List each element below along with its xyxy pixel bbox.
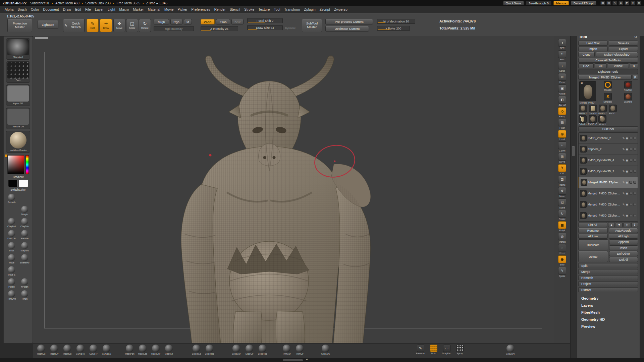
visibility-toggle-icon[interactable]: [633, 159, 636, 162]
gradient-label[interactable]: Gradient: [13, 175, 24, 179]
shelf-toggle[interactable]: Y XYZ: [558, 164, 566, 175]
alpha-thumb[interactable]: Alpha Off: [6, 84, 30, 106]
divider-grip-icon[interactable]: [572, 146, 575, 156]
shelf-toggle[interactable]: ∷ SPix: [558, 50, 566, 61]
menu-item[interactable]: File: [83, 8, 93, 11]
shelf-toggle-icon[interactable]: ◇: [558, 107, 566, 115]
menu-item[interactable]: Texture: [256, 8, 272, 11]
menu-item[interactable]: Preferences: [190, 8, 212, 11]
active-tool-thumbnail[interactable]: 19 Merged_PM3D_: [579, 81, 597, 104]
visibility-toggle-icon[interactable]: [633, 214, 636, 217]
subtool-row[interactable]: PM3D_Cylinder3D_2 ✎ ◉: [579, 166, 638, 177]
menu-item[interactable]: Layer: [93, 8, 106, 11]
zcut-button[interactable]: Zcut: [231, 19, 244, 24]
stroke-spray[interactable]: Spray: [453, 345, 466, 355]
projection-master-button[interactable]: Projection Master: [7, 19, 32, 32]
see-through-slider[interactable]: See-through 0: [526, 1, 551, 5]
shelf-toggle-icon[interactable]: ◍: [558, 233, 566, 240]
brush-thumb[interactable]: InsertCu: [35, 345, 47, 355]
visibility-toggle-icon[interactable]: [633, 148, 636, 150]
saturation-value-square[interactable]: [7, 155, 24, 174]
menu-item[interactable]: Picker: [176, 8, 190, 11]
brush-thumb[interactable]: CurveTu: [74, 345, 87, 355]
brush-thumb[interactable]: CurveSu: [100, 345, 113, 355]
brush-slot[interactable]: ClayBuil: [5, 218, 18, 229]
stroke-thumb[interactable]: Dots: [6, 61, 30, 83]
brush-slot[interactable]: ClayTub: [18, 218, 31, 229]
clone-all-subtools-button[interactable]: Clone All SubTools: [578, 58, 638, 63]
goz-all-button[interactable]: All: [595, 63, 606, 68]
shelf-toggle-icon[interactable]: ◧: [558, 96, 566, 104]
menu-item[interactable]: Brush: [16, 8, 29, 11]
shelf-toggle[interactable]: ▤ Floor: [558, 119, 566, 129]
tray-arrows-icon[interactable]: ▴▾: [306, 358, 308, 361]
shelf-toggle-icon[interactable]: ↻: [558, 210, 566, 218]
brush-slot[interactable]: Pinch: [18, 290, 31, 301]
tool-slot[interactable]: PM3D_C: [579, 105, 588, 115]
render-toggle-icon[interactable]: [629, 203, 632, 206]
brush-thumb[interactable]: ClipCurv: [319, 345, 332, 355]
shelf-toggle-icon[interactable]: ◉: [558, 255, 566, 263]
shelf-toggle[interactable]: ▦ PolyF: [558, 221, 566, 232]
list-all-button[interactable]: List All: [578, 222, 607, 227]
del-other-button[interactable]: Del Other: [609, 251, 638, 256]
render-toggle-icon[interactable]: [629, 181, 632, 184]
secondary-color-swatch[interactable]: [19, 180, 28, 187]
render-toggle-icon[interactable]: [629, 137, 632, 139]
subtool-row[interactable]: Merged_PM3D_ZSphere_14 ✎ ◉: [579, 188, 638, 199]
brush-thumb[interactable]: CurveTr: [87, 345, 100, 355]
shelf-toggle-icon[interactable]: ↰: [558, 267, 566, 275]
eye-icon[interactable]: ◉: [626, 147, 628, 151]
subtool-action-row[interactable]: Remesh: [578, 275, 638, 280]
tool-slot[interactable]: PM3D_: [609, 105, 617, 115]
render-toggle-icon[interactable]: [629, 159, 632, 162]
shelf-toggle[interactable]: ✥ Move: [558, 187, 566, 197]
del-all-button[interactable]: Del All: [609, 257, 638, 262]
sculpt-model[interactable]: [151, 46, 453, 343]
visibility-toggle-icon[interactable]: [633, 137, 636, 139]
shelf-toggle[interactable]: ◑ BPR: [558, 39, 566, 49]
subtool-row[interactable]: Merged_PM3D_ZSphere_15 ✎ ◉: [579, 177, 638, 188]
brush-thumb[interactable]: MaskPen: [123, 345, 136, 355]
brush-slot[interactable]: TrimDyn: [5, 290, 18, 301]
render-toggle-icon[interactable]: [629, 148, 632, 150]
subtool-action-row[interactable]: Merge: [578, 269, 638, 274]
palette-section-header[interactable]: Preview: [581, 324, 640, 328]
shelf-toggle[interactable]: ⊕ Zoom: [558, 73, 566, 83]
current-brush-thumb[interactable]: Standard: [6, 38, 30, 60]
delete-button[interactable]: Delete: [578, 251, 608, 262]
reorder-arrow-button[interactable]: ▼: [616, 222, 623, 227]
window-icon[interactable]: ✎: [612, 1, 617, 5]
subtool-row[interactable]: ZSphere_2 ✎ ◉: [579, 144, 638, 155]
shelf-toggle-icon[interactable]: ✥: [558, 187, 566, 195]
menu-item[interactable]: Zwperso: [332, 8, 350, 11]
menu-item[interactable]: Stroke: [242, 8, 256, 11]
hue-strip[interactable]: [25, 155, 29, 174]
brush-thumb[interactable]: MaskCir: [163, 345, 175, 355]
brush-slot[interactable]: Move E: [5, 266, 18, 277]
palette-section-header[interactable]: Geometry: [581, 296, 640, 300]
draw-size-slider[interactable]: Draw Size 64: [247, 25, 283, 30]
shelf-toggle[interactable]: ◍ Transp: [558, 233, 566, 243]
palette-section-header[interactable]: Layers: [581, 303, 640, 307]
stroke-freehand[interactable]: ✎ FreeHan: [414, 345, 427, 355]
subtool-row[interactable]: PM3D_Cylinder3D_4 ✎ ◉: [579, 155, 638, 166]
window-icon[interactable]: ✕: [637, 1, 641, 5]
mrgb-button[interactable]: Mrgb: [154, 19, 169, 24]
shelf-toggle-icon[interactable]: ◌: [558, 244, 566, 252]
quick-sketch-button[interactable]: ✎ Quick Sketch: [63, 19, 85, 32]
eye-icon[interactable]: ◉: [626, 159, 628, 162]
subtool-master-button[interactable]: SubTool Master: [302, 19, 322, 32]
subtool-section-header[interactable]: SubTool: [578, 126, 638, 131]
reorder-arrow-button[interactable]: ↥: [624, 222, 630, 227]
brush-slot[interactable]: SnakeHo: [18, 254, 31, 265]
paint-icon[interactable]: ✎: [622, 192, 625, 195]
shelf-toggle[interactable]: ≈ L.Sym: [558, 141, 566, 152]
shelf-toggle[interactable]: ↰ Xpose: [558, 267, 566, 277]
scale-mode-button[interactable]: ◱ Scale: [126, 19, 138, 32]
all-high-button[interactable]: All High: [609, 234, 638, 239]
draw-mode-button[interactable]: ✛ Draw: [100, 19, 112, 32]
subtool-row[interactable]: PM3D_ZSphere_2 ✎ ◉: [579, 133, 638, 144]
palette-section-header[interactable]: FiberMesh: [581, 310, 640, 314]
menu-item[interactable]: Marker: [131, 8, 146, 11]
